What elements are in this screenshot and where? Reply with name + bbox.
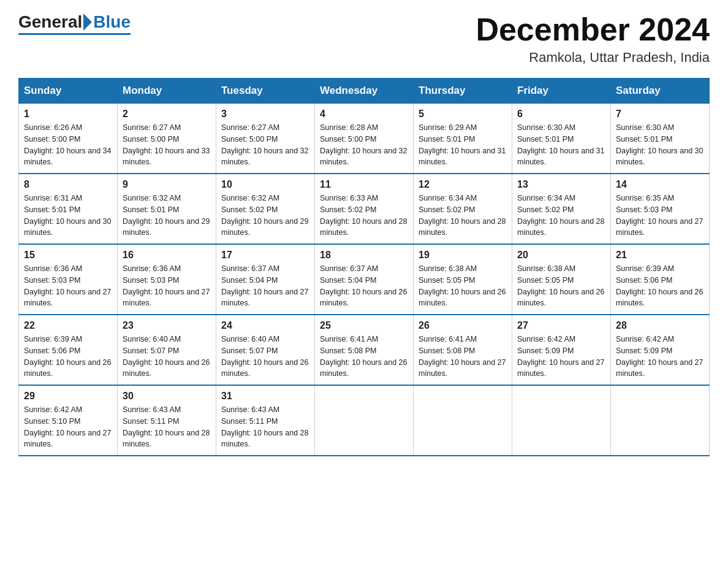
calendar-cell: 19 Sunrise: 6:38 AM Sunset: 5:05 PM Dayl…: [414, 244, 512, 315]
calendar-cell: 11 Sunrise: 6:33 AM Sunset: 5:02 PM Dayl…: [315, 174, 414, 244]
day-number: 28: [616, 320, 704, 331]
day-number: 17: [221, 250, 309, 261]
day-number: 12: [419, 179, 507, 190]
calendar-week-5: 29 Sunrise: 6:42 AM Sunset: 5:10 PM Dayl…: [19, 385, 710, 456]
day-info: Sunrise: 6:40 AM Sunset: 5:07 PM Dayligh…: [123, 334, 211, 380]
calendar-cell: 7 Sunrise: 6:30 AM Sunset: 5:01 PM Dayli…: [611, 104, 710, 174]
calendar-cell: 9 Sunrise: 6:32 AM Sunset: 5:01 PM Dayli…: [118, 174, 216, 244]
day-info: Sunrise: 6:27 AM Sunset: 5:00 PM Dayligh…: [123, 122, 211, 168]
location: Ramkola, Uttar Pradesh, India: [476, 50, 710, 66]
calendar-cell: 3 Sunrise: 6:27 AM Sunset: 5:00 PM Dayli…: [216, 104, 315, 174]
calendar-cell: 14 Sunrise: 6:35 AM Sunset: 5:03 PM Dayl…: [611, 174, 710, 244]
calendar-cell: 17 Sunrise: 6:37 AM Sunset: 5:04 PM Dayl…: [216, 244, 315, 315]
calendar-cell: 10 Sunrise: 6:32 AM Sunset: 5:02 PM Dayl…: [216, 174, 315, 244]
calendar-cell: 27 Sunrise: 6:42 AM Sunset: 5:09 PM Dayl…: [512, 315, 611, 385]
day-number: 9: [123, 179, 211, 190]
day-info: Sunrise: 6:43 AM Sunset: 5:11 PM Dayligh…: [123, 404, 211, 450]
calendar-week-3: 15 Sunrise: 6:36 AM Sunset: 5:03 PM Dayl…: [19, 244, 710, 315]
weekday-header-saturday: Saturday: [611, 79, 710, 104]
day-info: Sunrise: 6:30 AM Sunset: 5:01 PM Dayligh…: [616, 122, 704, 168]
calendar-cell: [414, 385, 512, 456]
calendar-cell: 31 Sunrise: 6:43 AM Sunset: 5:11 PM Dayl…: [216, 385, 315, 456]
day-info: Sunrise: 6:30 AM Sunset: 5:01 PM Dayligh…: [517, 122, 605, 168]
day-info: Sunrise: 6:32 AM Sunset: 5:01 PM Dayligh…: [123, 193, 211, 239]
calendar-week-1: 1 Sunrise: 6:26 AM Sunset: 5:00 PM Dayli…: [19, 104, 710, 174]
calendar-cell: 20 Sunrise: 6:38 AM Sunset: 5:05 PM Dayl…: [512, 244, 611, 315]
calendar-body: 1 Sunrise: 6:26 AM Sunset: 5:00 PM Dayli…: [19, 104, 710, 456]
day-info: Sunrise: 6:29 AM Sunset: 5:01 PM Dayligh…: [419, 122, 507, 168]
day-number: 3: [221, 109, 309, 120]
weekday-header-row: SundayMondayTuesdayWednesdayThursdayFrid…: [19, 79, 710, 104]
day-info: Sunrise: 6:36 AM Sunset: 5:03 PM Dayligh…: [123, 263, 211, 309]
day-number: 23: [123, 320, 211, 331]
day-number: 1: [24, 109, 112, 120]
day-info: Sunrise: 6:34 AM Sunset: 5:02 PM Dayligh…: [419, 193, 507, 239]
day-info: Sunrise: 6:26 AM Sunset: 5:00 PM Dayligh…: [24, 122, 112, 168]
day-number: 21: [616, 250, 704, 261]
day-info: Sunrise: 6:39 AM Sunset: 5:06 PM Dayligh…: [24, 334, 112, 380]
day-number: 18: [320, 250, 408, 261]
day-number: 11: [320, 179, 408, 190]
weekday-header-friday: Friday: [512, 79, 611, 104]
day-number: 5: [419, 109, 507, 120]
day-info: Sunrise: 6:36 AM Sunset: 5:03 PM Dayligh…: [24, 263, 112, 309]
page-header: General Blue December 2024 Ramkola, Utta…: [18, 12, 710, 66]
weekday-header-monday: Monday: [118, 79, 216, 104]
month-title: December 2024: [476, 12, 710, 47]
day-number: 6: [517, 109, 605, 120]
day-info: Sunrise: 6:40 AM Sunset: 5:07 PM Dayligh…: [221, 334, 309, 380]
calendar-cell: [315, 385, 414, 456]
day-number: 10: [221, 179, 309, 190]
logo-blue: Blue: [93, 12, 131, 32]
day-info: Sunrise: 6:31 AM Sunset: 5:01 PM Dayligh…: [24, 193, 112, 239]
calendar-week-4: 22 Sunrise: 6:39 AM Sunset: 5:06 PM Dayl…: [19, 315, 710, 385]
calendar-cell: 23 Sunrise: 6:40 AM Sunset: 5:07 PM Dayl…: [118, 315, 216, 385]
weekday-header-sunday: Sunday: [19, 79, 118, 104]
day-number: 26: [419, 320, 507, 331]
calendar-cell: 25 Sunrise: 6:41 AM Sunset: 5:08 PM Dayl…: [315, 315, 414, 385]
calendar-cell: 6 Sunrise: 6:30 AM Sunset: 5:01 PM Dayli…: [512, 104, 611, 174]
day-info: Sunrise: 6:28 AM Sunset: 5:00 PM Dayligh…: [320, 122, 408, 168]
day-number: 25: [320, 320, 408, 331]
calendar-cell: 18 Sunrise: 6:37 AM Sunset: 5:04 PM Dayl…: [315, 244, 414, 315]
day-number: 2: [123, 109, 211, 120]
logo-underline: [18, 33, 131, 35]
title-section: December 2024 Ramkola, Uttar Pradesh, In…: [476, 12, 710, 66]
day-number: 4: [320, 109, 408, 120]
day-info: Sunrise: 6:34 AM Sunset: 5:02 PM Dayligh…: [517, 193, 605, 239]
calendar-cell: 28 Sunrise: 6:42 AM Sunset: 5:09 PM Dayl…: [611, 315, 710, 385]
day-info: Sunrise: 6:41 AM Sunset: 5:08 PM Dayligh…: [419, 334, 507, 380]
day-info: Sunrise: 6:41 AM Sunset: 5:08 PM Dayligh…: [320, 334, 408, 380]
day-info: Sunrise: 6:38 AM Sunset: 5:05 PM Dayligh…: [517, 263, 605, 309]
calendar-cell: [512, 385, 611, 456]
calendar-cell: 21 Sunrise: 6:39 AM Sunset: 5:06 PM Dayl…: [611, 244, 710, 315]
day-info: Sunrise: 6:39 AM Sunset: 5:06 PM Dayligh…: [616, 263, 704, 309]
logo-triangle-icon: [83, 13, 92, 31]
day-number: 27: [517, 320, 605, 331]
day-number: 7: [616, 109, 704, 120]
calendar-cell: 16 Sunrise: 6:36 AM Sunset: 5:03 PM Dayl…: [118, 244, 216, 315]
calendar-cell: 2 Sunrise: 6:27 AM Sunset: 5:00 PM Dayli…: [118, 104, 216, 174]
day-number: 30: [123, 391, 211, 402]
day-info: Sunrise: 6:37 AM Sunset: 5:04 PM Dayligh…: [320, 263, 408, 309]
calendar-cell: 30 Sunrise: 6:43 AM Sunset: 5:11 PM Dayl…: [118, 385, 216, 456]
day-number: 29: [24, 391, 112, 402]
day-info: Sunrise: 6:43 AM Sunset: 5:11 PM Dayligh…: [221, 404, 309, 450]
day-info: Sunrise: 6:32 AM Sunset: 5:02 PM Dayligh…: [221, 193, 309, 239]
day-info: Sunrise: 6:33 AM Sunset: 5:02 PM Dayligh…: [320, 193, 408, 239]
day-info: Sunrise: 6:42 AM Sunset: 5:09 PM Dayligh…: [517, 334, 605, 380]
calendar-cell: 5 Sunrise: 6:29 AM Sunset: 5:01 PM Dayli…: [414, 104, 512, 174]
day-number: 16: [123, 250, 211, 261]
day-number: 19: [419, 250, 507, 261]
logo: General Blue: [18, 12, 131, 35]
day-info: Sunrise: 6:38 AM Sunset: 5:05 PM Dayligh…: [419, 263, 507, 309]
calendar-table: SundayMondayTuesdayWednesdayThursdayFrid…: [18, 78, 710, 456]
day-info: Sunrise: 6:27 AM Sunset: 5:00 PM Dayligh…: [221, 122, 309, 168]
day-info: Sunrise: 6:37 AM Sunset: 5:04 PM Dayligh…: [221, 263, 309, 309]
calendar-cell: 1 Sunrise: 6:26 AM Sunset: 5:00 PM Dayli…: [19, 104, 118, 174]
day-number: 13: [517, 179, 605, 190]
calendar-cell: 13 Sunrise: 6:34 AM Sunset: 5:02 PM Dayl…: [512, 174, 611, 244]
day-number: 22: [24, 320, 112, 331]
calendar-cell: 29 Sunrise: 6:42 AM Sunset: 5:10 PM Dayl…: [19, 385, 118, 456]
weekday-header-tuesday: Tuesday: [216, 79, 315, 104]
